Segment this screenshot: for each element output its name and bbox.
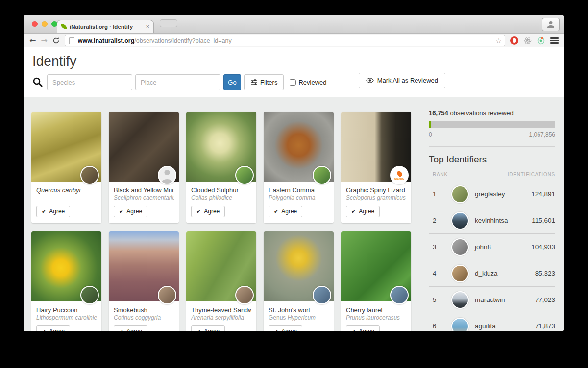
browser-tab[interactable]: iNaturalist.org · Identify × (57, 20, 154, 33)
identifier-username[interactable]: greglasley (475, 190, 505, 198)
identifier-username[interactable]: maractwin (475, 296, 505, 303)
address-bar[interactable]: www.inaturalist.org/observations/identif… (65, 35, 505, 46)
identifier-count: 124,891 (531, 190, 555, 198)
back-button[interactable]: ← (29, 37, 36, 45)
tab-close-icon[interactable]: × (146, 23, 149, 30)
identifier-username[interactable]: d_kluza (475, 270, 498, 277)
agree-button[interactable]: ✔Agree (191, 206, 225, 217)
browser-menu-button[interactable] (550, 37, 559, 44)
default-avatar-icon[interactable] (158, 166, 176, 184)
observation-title[interactable]: Quercus canbyi (36, 186, 97, 194)
agree-button[interactable]: ✔Agree (114, 325, 147, 331)
sliders-icon (250, 79, 257, 86)
reload-button[interactable] (52, 37, 60, 44)
identifier-avatar[interactable] (451, 318, 469, 332)
page-security-icon[interactable] (69, 37, 74, 44)
observation-subtitle: Genus Hypericum (269, 314, 329, 322)
observation-title[interactable]: Graphic Spiny Lizard (346, 186, 406, 194)
reviewed-checkbox[interactable] (290, 79, 296, 86)
filters-label: Filters (260, 79, 277, 86)
observation-title[interactable]: Cherry laurel (346, 306, 406, 314)
observation-title[interactable]: Clouded Sulphur (191, 186, 251, 194)
identifier-avatar[interactable] (451, 265, 469, 282)
check-icon: ✔ (119, 208, 123, 215)
observer-avatar[interactable] (235, 166, 254, 184)
agree-button[interactable]: ✔Agree (346, 206, 380, 217)
agree-button[interactable]: ✔Agree (36, 325, 70, 331)
observer-avatar[interactable] (390, 286, 409, 304)
agree-button[interactable]: ✔Agree (346, 325, 380, 331)
observer-avatar[interactable] (235, 286, 254, 304)
onarc-logo-avatar[interactable]: ONARC (390, 166, 409, 184)
observation-title[interactable]: Eastern Comma (269, 186, 329, 194)
rank-header: RANK (433, 172, 448, 177)
observation-title[interactable]: St. John's wort (269, 306, 329, 314)
check-icon: ✔ (119, 328, 123, 332)
inaturalist-favicon-icon (61, 23, 67, 29)
agree-button[interactable]: ✔Agree (36, 206, 70, 217)
observation-title[interactable]: Thyme-leaved Sandwort (191, 306, 251, 314)
observation-photo[interactable] (264, 231, 334, 301)
observer-avatar[interactable] (80, 166, 99, 184)
observation-photo[interactable] (109, 231, 179, 301)
observation-photo[interactable] (31, 112, 101, 182)
observer-avatar[interactable] (313, 166, 331, 184)
observation-title[interactable]: Smokebush (114, 306, 174, 314)
go-button[interactable]: Go (223, 74, 241, 90)
agree-button[interactable]: ✔Agree (191, 325, 225, 331)
observation-title[interactable]: Black and Yellow Mud Dauber (114, 186, 174, 194)
search-controls: Go Filters Reviewed (32, 74, 564, 90)
identifier-avatar[interactable] (451, 238, 469, 256)
identifier-count: 85,323 (535, 270, 555, 277)
observation-card: Clouded Sulphur Colias philodice ✔Agree (186, 112, 256, 223)
observation-card: ONARC Graphic Spiny Lizard Sceloporus gr… (341, 112, 411, 223)
observer-avatar[interactable] (158, 286, 176, 304)
observation-card: Thyme-leaved Sandwort Arenaria serpyllif… (186, 231, 256, 331)
observation-photo[interactable] (264, 112, 334, 182)
forward-button[interactable]: → (41, 37, 47, 45)
observation-photo[interactable] (109, 112, 179, 182)
observation-photo[interactable] (186, 112, 256, 182)
mark-all-reviewed-button[interactable]: Mark All as Reviewed (359, 73, 445, 88)
observation-card: Hairy Puccoon Lithospermum caroliniense … (31, 231, 101, 331)
observation-photo[interactable] (31, 231, 101, 301)
identifier-avatar[interactable] (451, 291, 469, 309)
identifier-username[interactable]: kevinhintsa (475, 217, 508, 224)
profile-icon (547, 21, 555, 28)
observation-photo[interactable] (341, 231, 411, 301)
observer-avatar[interactable] (313, 286, 331, 304)
agree-button[interactable]: ✔Agree (114, 206, 147, 217)
progress-min: 0 (429, 131, 432, 138)
identifier-avatar[interactable] (451, 212, 469, 230)
check-icon: ✔ (196, 328, 201, 332)
identifier-row: 3 john8 104,933 (429, 234, 555, 260)
url-text: www.inaturalist.org/observations/identif… (78, 37, 232, 44)
adblock-extension-icon[interactable] (510, 36, 518, 45)
agree-button[interactable]: ✔Agree (269, 325, 302, 331)
reviewed-toggle[interactable]: Reviewed (290, 79, 326, 86)
target-extension-icon[interactable] (537, 37, 545, 45)
species-input[interactable] (47, 74, 132, 90)
filters-button[interactable]: Filters (244, 74, 284, 90)
react-devtools-extension-icon[interactable] (524, 37, 532, 45)
identifier-username[interactable]: aguilita (475, 322, 496, 330)
observation-subtitle: Sceliphron caementarium (114, 194, 174, 202)
identifier-avatar[interactable] (451, 185, 469, 203)
identifier-count: 104,933 (531, 243, 555, 251)
reload-icon (52, 37, 60, 44)
minimize-window-button[interactable] (42, 21, 48, 27)
identifier-username[interactable]: john8 (475, 243, 491, 251)
observation-card: Cherry laurel Prunus laurocerasus ✔Agree (341, 231, 411, 331)
identifier-count: 71,873 (535, 322, 555, 330)
agree-button[interactable]: ✔Agree (269, 206, 302, 217)
bookmark-star-icon[interactable]: ☆ (495, 37, 502, 45)
new-tab-button[interactable] (160, 19, 177, 27)
close-window-button[interactable] (32, 21, 38, 27)
observation-photo[interactable]: ONARC (341, 112, 411, 182)
place-input[interactable] (135, 74, 220, 90)
browser-profile-button[interactable] (542, 18, 560, 31)
observation-title[interactable]: Hairy Puccoon (36, 306, 97, 314)
identifier-rank: 1 (429, 190, 451, 198)
observer-avatar[interactable] (80, 286, 99, 304)
observation-photo[interactable] (186, 231, 256, 301)
